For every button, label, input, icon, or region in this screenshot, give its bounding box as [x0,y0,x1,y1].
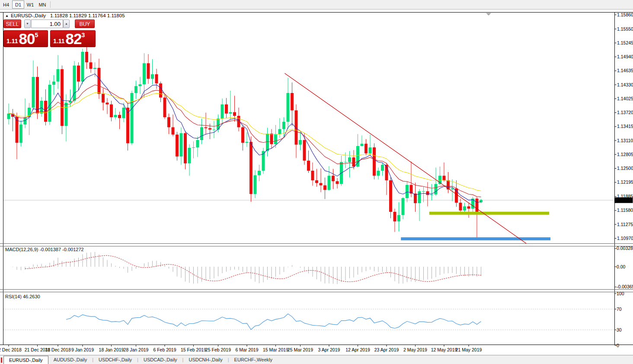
rsi-axis-label: 70 [617,307,622,312]
candle-body [352,157,355,166]
sell-price-box[interactable]: 1.11 80 5 [3,30,48,47]
price-axis-label: 1.15550 [617,26,633,32]
candle-body [192,147,195,148]
candle-body [106,102,109,104]
date-axis-label: 23 Apr 2019 [374,347,399,352]
candle-body [48,85,51,122]
buy-price-prefix: 1.11 [53,38,64,45]
current-price-tag [615,198,633,203]
tab-eurchf-weekly[interactable]: EURCHF-,Weekly [229,356,278,364]
date-axis-label: 15 Mar 2019 [263,347,288,352]
candle-body [85,52,88,62]
candle-body [52,82,55,85]
candle-body [299,140,302,145]
buy-price-sup: 3 [81,32,85,38]
candle-body [430,195,433,195]
resistance-band-green[interactable] [429,212,549,215]
sell-button[interactable]: SELL [3,19,21,28]
timeframe-h4-button[interactable]: H4 [0,0,12,9]
candle-body [19,125,22,143]
support-band-blue[interactable] [401,237,550,240]
volume-input[interactable] [31,19,63,28]
price-axis-label: 1.13720 [617,110,633,115]
mt4-chart-window: 1.158601.155501.152451.149401.146351.143… [0,0,633,364]
tab-usdcad-daily[interactable]: USDCAD-,Daily [138,356,182,364]
timeframe-d1-button[interactable]: D1 [12,0,24,9]
tab-usdchf-daily[interactable]: USDCHF-,Daily [93,356,137,364]
price-axis-label: 1.10970 [617,236,633,241]
candle-body [287,93,290,122]
candle-body [476,198,479,212]
price-axis-label: 1.11580 [617,208,633,213]
tab-audusd-daily[interactable]: AUDUSD-,Daily [48,356,93,364]
candle-body [274,134,277,144]
candle-body [180,133,183,156]
ma-slow-line [9,93,481,191]
timeframe-mn-button[interactable]: MN [36,0,48,9]
candle-body [139,84,142,86]
date-axis-label: 25 Mar 2019 [288,347,313,352]
price-axis-label: 1.12500 [617,166,633,171]
candle-body [311,171,314,180]
volume-increase-button[interactable]: ▲ [63,19,70,28]
macd-indicator [9,252,481,284]
candle-body [303,140,306,161]
candle-body [176,134,179,156]
candle-body [397,215,400,221]
candle-body [373,147,376,176]
buy-button[interactable]: BUY [75,19,95,28]
sell-price-prefix: 1.11 [6,38,18,45]
date-axis-label: 3 Apr 2019 [318,347,340,352]
one-click-trade-panel: SELL ▼ ▲ BUY 1.11 80 5 1.11 82 3 [3,19,99,47]
candle-body [57,69,60,82]
date-axis-label: 18 Jan 2019 [99,347,124,352]
date-axis-label: 12 May 2019 [431,347,457,352]
descending-trendline[interactable] [285,73,526,243]
price-axis-label: 1.11275 [617,222,633,227]
tab-usdcnh-daily[interactable]: USDCNH-,Daily [183,356,227,364]
candle-body [369,147,372,153]
price-axis-label: 1.14330 [617,82,633,87]
candles-layer [7,46,483,239]
candle-body [348,157,351,162]
tab-eurusd-daily[interactable]: EURUSD-,Daily [3,356,48,364]
candle-body [278,129,281,134]
price-axis-label: 1.15860 [617,12,633,17]
price-axis-label: 1.12805 [617,152,633,157]
candle-body [65,102,68,126]
candle-body [291,93,294,110]
candle-body [258,171,261,176]
candle-body [266,134,269,151]
chart-header: ▲ EURUSD-,Daily 1.11828 1.11829 1.11764 … [5,13,125,18]
candle-body [151,74,154,79]
date-axis-label: 12 Apr 2019 [345,347,370,352]
candle-body [110,105,113,118]
candle-body [332,176,335,181]
candle-body [389,180,392,212]
candle-body [447,180,450,189]
scroll-position-marker-icon[interactable] [486,13,491,16]
candle-body [418,191,421,203]
symbol-title: EURUSD-,Daily [11,13,46,18]
date-axis-label: 31 Dec 2018 [45,347,71,352]
candle-body [172,127,175,134]
candle-body [7,114,10,119]
candle-body [143,63,146,84]
candle-body [134,86,137,93]
candle-body [356,146,359,167]
candle-body [328,176,331,190]
rsi-panel-label: RSI(14) 46.2630 [5,294,40,299]
candle-body [320,183,323,185]
price-axis-label: 1.13415 [617,124,633,129]
macd-panel-label: MACD(12,26,9) -0.001387 -0.001272 [5,247,84,252]
date-axis-label: 6 Mar 2019 [235,347,258,352]
date-axis-label: 15 Feb 2019 [181,347,206,352]
candle-body [36,77,39,114]
buy-price-big: 82 [65,32,81,45]
candle-body [90,62,93,69]
buy-price-box[interactable]: 1.11 82 3 [50,30,96,47]
candle-body [155,74,158,83]
volume-decrease-button[interactable]: ▼ [24,19,31,28]
timeframe-w1-button[interactable]: W1 [24,0,36,9]
symbol-marker-icon: ▲ [5,14,9,18]
